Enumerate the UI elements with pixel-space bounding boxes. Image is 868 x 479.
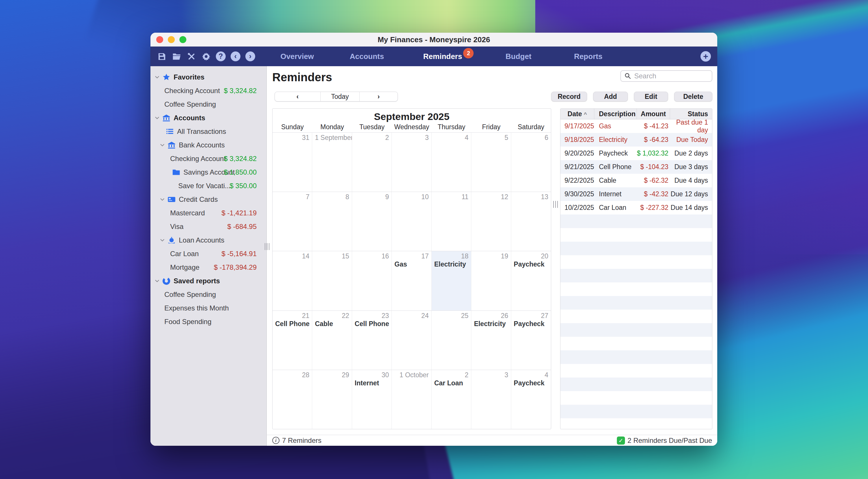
- calendar-cell[interactable]: 25: [432, 311, 471, 370]
- prev-month-button[interactable]: ‹: [275, 92, 320, 101]
- reminder-row-cable[interactable]: 9/22/2025Cable$ -62.32Due 4 days: [560, 174, 712, 187]
- calendar-cell[interactable]: 15: [312, 251, 352, 310]
- calendar-event-electricity[interactable]: Electricity: [434, 261, 468, 268]
- calendar-event-paycheck[interactable]: Paycheck: [514, 261, 548, 268]
- sidebar-item-all-transactions[interactable]: All Transactions: [151, 125, 267, 138]
- tools-icon[interactable]: [186, 52, 196, 61]
- sidebar-section-favorites[interactable]: Favorites: [151, 70, 267, 84]
- calendar-cell-today[interactable]: 18Electricity: [432, 251, 471, 310]
- calendar-event-paycheck[interactable]: Paycheck: [514, 379, 548, 387]
- add-icon[interactable]: +: [701, 51, 711, 62]
- calendar-cell[interactable]: 24: [392, 311, 431, 370]
- panel-splitter-handle[interactable]: [553, 201, 558, 208]
- column-header-description[interactable]: Description: [594, 109, 637, 119]
- tab-reminders[interactable]: Reminders 2: [423, 46, 462, 66]
- calendar-cell[interactable]: 23Cell Phone: [352, 311, 392, 370]
- calendar-cell[interactable]: 2: [352, 133, 392, 192]
- calendar-cell[interactable]: 13: [511, 192, 551, 251]
- reminder-row-paycheck[interactable]: 9/20/2025Paycheck$ 1,032.32Due 2 days: [560, 146, 712, 160]
- column-header-date[interactable]: Date ^: [560, 109, 594, 119]
- sidebar-item-visa[interactable]: Visa$ -684.95: [151, 220, 267, 233]
- calendar-event-car-loan[interactable]: Car Loan: [434, 379, 468, 387]
- sidebar-splitter-handle[interactable]: [265, 243, 269, 250]
- calendar-cell[interactable]: 1 October: [392, 370, 431, 429]
- close-button[interactable]: [156, 36, 163, 43]
- sidebar-item-car-loan[interactable]: Car Loan$ -5,164.91: [151, 247, 267, 261]
- calendar-cell[interactable]: 5: [471, 133, 511, 192]
- calendar-event-internet[interactable]: Internet: [355, 379, 389, 387]
- calendar-cell[interactable]: 4Paycheck: [511, 370, 551, 429]
- reminder-row-gas[interactable]: 9/17/2025Gas$ -41.23Past due 1 day: [560, 119, 712, 133]
- sidebar-item-bank-accounts[interactable]: Bank Accounts: [151, 138, 267, 152]
- calendar-cell[interactable]: 4: [432, 133, 471, 192]
- sidebar-item-mortgage[interactable]: Mortgage$ -178,394.29: [151, 261, 267, 274]
- calendar-cell[interactable]: 7: [273, 192, 312, 251]
- today-button[interactable]: Today: [320, 92, 360, 101]
- sidebar-item-credit-cards[interactable]: Credit Cards: [151, 193, 267, 206]
- calendar-cell[interactable]: 20Paycheck: [511, 251, 551, 310]
- chevron-down-icon[interactable]: [154, 116, 160, 119]
- chevron-down-icon[interactable]: [159, 144, 165, 146]
- tab-reports[interactable]: Reports: [574, 46, 602, 66]
- calendar-cell[interactable]: 16: [352, 251, 392, 310]
- calendar-cell[interactable]: 21Cell Phone: [273, 311, 312, 370]
- calendar-cell[interactable]: 3: [392, 133, 431, 192]
- chevron-down-icon[interactable]: [154, 76, 160, 79]
- chevron-down-icon[interactable]: [159, 239, 165, 242]
- search-input[interactable]: Search: [620, 70, 712, 82]
- calendar-cell[interactable]: 3: [471, 370, 511, 429]
- sidebar-item-checking-account[interactable]: Checking Account$ 3,324.82: [151, 84, 267, 97]
- calendar-event-cell-phone[interactable]: Cell Phone: [355, 320, 389, 328]
- open-folder-icon[interactable]: [172, 52, 181, 61]
- sidebar-item-mastercard[interactable]: Mastercard$ -1,421.19: [151, 206, 267, 220]
- minimize-button[interactable]: [168, 36, 175, 43]
- settings-gear-icon[interactable]: [201, 52, 211, 61]
- back-icon[interactable]: ‹: [230, 52, 241, 61]
- sidebar-item-food-spending[interactable]: Food Spending: [151, 315, 267, 329]
- calendar-event-electricity[interactable]: Electricity: [474, 320, 508, 328]
- column-header-amount[interactable]: Amount: [637, 109, 670, 119]
- calendar-cell[interactable]: 22Cable: [312, 311, 352, 370]
- calendar-cell[interactable]: 1 September: [312, 133, 352, 192]
- chevron-down-icon[interactable]: [154, 279, 160, 282]
- calendar-cell[interactable]: 27Paycheck: [511, 311, 551, 370]
- column-header-status[interactable]: Status: [670, 109, 712, 119]
- calendar-cell[interactable]: 26Electricity: [471, 311, 511, 370]
- calendar-cell[interactable]: 28: [273, 370, 312, 429]
- calendar-cell[interactable]: 8: [312, 192, 352, 251]
- sidebar-section-accounts[interactable]: Accounts: [151, 111, 267, 125]
- sidebar-item-expenses-this-month[interactable]: Expenses this Month: [151, 301, 267, 315]
- reminder-row-internet[interactable]: 9/30/2025Internet$ -42.32Due 12 days: [560, 187, 712, 201]
- calendar-cell[interactable]: 9: [352, 192, 392, 251]
- tab-accounts[interactable]: Accounts: [350, 46, 384, 66]
- calendar-event-paycheck[interactable]: Paycheck: [514, 320, 548, 328]
- calendar-cell[interactable]: 14: [273, 251, 312, 310]
- sidebar-item-save-for-vacati[interactable]: Save for Vacati...$ 350.00: [151, 179, 267, 193]
- calendar-cell[interactable]: 29: [312, 370, 352, 429]
- sidebar-item-checking-account[interactable]: Checking Account$ 3,324.82: [151, 152, 267, 165]
- calendar-cell[interactable]: 31: [273, 133, 312, 192]
- reminder-row-cell-phone[interactable]: 9/21/2025Cell Phone$ -104.23Due 3 days: [560, 160, 712, 174]
- zoom-button[interactable]: [179, 36, 186, 43]
- add-button[interactable]: Add: [593, 92, 628, 101]
- chevron-down-icon[interactable]: [159, 198, 165, 201]
- save-icon[interactable]: [157, 52, 167, 61]
- sidebar-item-coffee-spending[interactable]: Coffee Spending: [151, 287, 267, 301]
- sidebar-section-saved-reports[interactable]: Saved reports: [151, 274, 267, 287]
- tab-overview[interactable]: Overview: [280, 46, 314, 66]
- delete-button[interactable]: Delete: [674, 92, 712, 101]
- calendar-event-cell-phone[interactable]: Cell Phone: [275, 320, 309, 328]
- calendar-event-gas[interactable]: Gas: [394, 261, 429, 268]
- record-button[interactable]: Record: [551, 92, 587, 101]
- calendar-cell[interactable]: 10: [392, 192, 431, 251]
- help-icon[interactable]: ?: [216, 52, 226, 61]
- reminder-row-car-loan[interactable]: 10/2/2025Car Loan$ -227.32Due 14 days: [560, 201, 712, 214]
- calendar-cell[interactable]: 11: [432, 192, 471, 251]
- tab-budget[interactable]: Budget: [505, 46, 531, 66]
- reminder-row-electricity[interactable]: 9/18/2025Electricity$ -64.23Due Today: [560, 133, 712, 146]
- calendar-cell[interactable]: 12: [471, 192, 511, 251]
- calendar-cell[interactable]: 30Internet: [352, 370, 392, 429]
- forward-icon[interactable]: ›: [245, 52, 255, 61]
- calendar-cell[interactable]: 17Gas: [392, 251, 431, 310]
- sidebar-item-loan-accounts[interactable]: Loan Accounts: [151, 233, 267, 247]
